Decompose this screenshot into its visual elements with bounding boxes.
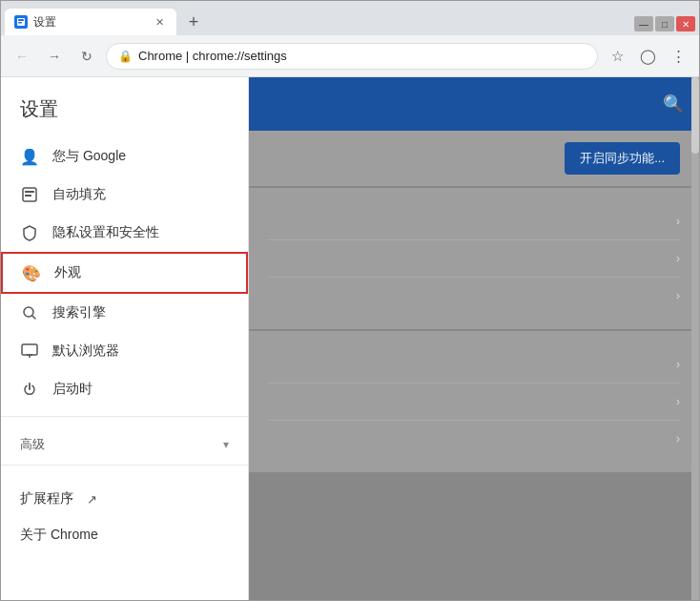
palette-icon: 🎨	[22, 263, 41, 282]
content-search-icon[interactable]: 🔍	[663, 93, 684, 114]
sidebar-label-startup: 启动时	[52, 381, 93, 398]
active-tab[interactable]: 设置 ✕	[5, 9, 176, 35]
chevron-right-icon-3: ›	[676, 289, 680, 302]
sidebar-item-browser[interactable]: 默认浏览器	[1, 332, 248, 370]
scrollbar-track	[691, 77, 699, 600]
external-link-icon: ↗	[87, 492, 97, 507]
sidebar-item-appearance[interactable]: 🎨 外观	[1, 252, 248, 294]
scrollbar-thumb[interactable]	[691, 77, 699, 154]
forward-button[interactable]: →	[41, 43, 68, 70]
chevron-right-icon-1: ›	[676, 215, 680, 228]
title-bar: 设置 ✕ + — □ ✕	[1, 1, 699, 35]
sidebar-label-autofill: 自动填充	[52, 186, 106, 203]
tab-label: 设置	[33, 14, 146, 31]
person-icon: 👤	[20, 147, 39, 166]
sidebar-label-search: 搜索引擎	[52, 304, 106, 321]
content-section-2: › › ›	[249, 331, 699, 472]
toolbar-icons: ☆ ◯ ⋮	[604, 43, 691, 70]
content-header: 🔍	[249, 77, 699, 131]
sync-button[interactable]: 开启同步功能...	[565, 142, 680, 175]
back-button[interactable]: ←	[9, 43, 35, 70]
maximize-button[interactable]: □	[655, 16, 674, 31]
content-row-1[interactable]: ›	[268, 203, 680, 240]
sidebar-divider	[1, 416, 248, 417]
svg-rect-4	[25, 191, 34, 193]
sidebar-label-appearance: 外观	[54, 264, 81, 281]
tab-favicon	[14, 15, 28, 29]
sidebar-label-browser: 默认浏览器	[52, 342, 119, 360]
extensions-label: 扩展程序	[20, 490, 73, 508]
refresh-button[interactable]: ↻	[73, 43, 100, 70]
about-chrome-item[interactable]: 关于 Chrome	[1, 517, 248, 553]
tab-strip: 设置 ✕ +	[1, 1, 207, 35]
main-area: 设置 👤 您与 Google 自动填充	[1, 77, 699, 600]
svg-rect-8	[22, 344, 37, 355]
menu-button[interactable]: ⋮	[665, 43, 691, 70]
sync-section: 开启同步功能...	[249, 131, 699, 186]
content-section-1: › › ›	[249, 188, 699, 329]
chevron-right-icon-5: ›	[676, 395, 680, 408]
sidebar-footer: 扩展程序 ↗ 关于 Chrome	[1, 473, 248, 561]
content-row-3[interactable]: ›	[268, 278, 680, 314]
about-chrome-label: 关于 Chrome	[20, 527, 98, 544]
power-icon	[20, 380, 39, 399]
content-area[interactable]: 🔍 开启同步功能... › › ›	[249, 77, 699, 600]
bookmark-button[interactable]: ☆	[604, 43, 630, 70]
monitor-icon	[20, 342, 39, 361]
chevron-right-icon-6: ›	[676, 432, 680, 446]
extensions-item[interactable]: 扩展程序 ↗	[1, 481, 248, 517]
svg-rect-2	[18, 22, 22, 24]
sidebar-item-privacy[interactable]: 隐私设置和安全性	[1, 214, 248, 252]
sidebar-item-search[interactable]: 搜索引擎	[1, 294, 248, 332]
address-text: Chrome | chrome://settings	[138, 49, 586, 63]
new-tab-button[interactable]: +	[180, 9, 207, 35]
svg-rect-5	[25, 195, 31, 197]
sidebar-label-privacy: 隐私设置和安全性	[52, 224, 159, 241]
chevron-down-icon: ▾	[223, 438, 229, 451]
window-controls: — □ ✕	[634, 16, 699, 35]
lock-icon: 🔒	[118, 50, 133, 63]
autofill-icon	[20, 185, 39, 204]
sidebar-item-google[interactable]: 👤 您与 Google	[1, 137, 248, 176]
sidebar-item-startup[interactable]: 启动时	[1, 370, 248, 408]
content-row-2[interactable]: ›	[268, 240, 680, 278]
svg-line-7	[32, 316, 35, 319]
svg-rect-1	[18, 19, 24, 21]
content-row-4[interactable]: ›	[268, 346, 680, 383]
address-input[interactable]: 🔒 Chrome | chrome://settings	[106, 43, 598, 70]
address-bar: ← → ↻ 🔒 Chrome | chrome://settings ☆ ◯ ⋮	[1, 35, 699, 77]
shield-icon	[20, 223, 39, 242]
chevron-right-icon-4: ›	[676, 358, 680, 371]
chevron-right-icon-2: ›	[676, 252, 680, 265]
minimize-button[interactable]: —	[634, 16, 653, 31]
advanced-label: 高级	[20, 436, 45, 453]
content-row-6[interactable]: ›	[268, 421, 680, 457]
browser-window: 设置 ✕ + — □ ✕ ← → ↻ 🔒 Chrome | chrome://s…	[0, 0, 700, 601]
sidebar-divider-2	[1, 465, 248, 466]
sidebar-item-autofill[interactable]: 自动填充	[1, 176, 248, 214]
close-button[interactable]: ✕	[676, 16, 695, 31]
profile-button[interactable]: ◯	[634, 43, 661, 70]
content-row-5[interactable]: ›	[268, 383, 680, 421]
sidebar: 设置 👤 您与 Google 自动填充	[1, 77, 249, 600]
advanced-section[interactable]: 高级 ▾	[1, 425, 248, 457]
tab-close-button[interactable]: ✕	[152, 14, 167, 30]
sidebar-title: 设置	[1, 77, 248, 137]
sidebar-label-google: 您与 Google	[52, 148, 126, 165]
search-icon	[20, 303, 39, 322]
